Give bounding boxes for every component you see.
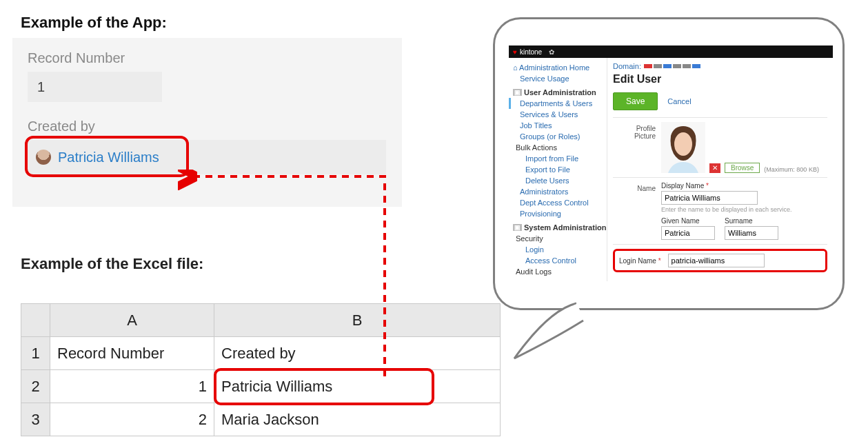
delete-image-button[interactable]: ✕ [709, 163, 720, 173]
page-title: Edit User [613, 73, 827, 85]
max-kb-label: (Maximum: 800 KB) [764, 166, 819, 173]
cell-b1: Created by [214, 337, 501, 370]
heading-app: Example of the App: [21, 14, 167, 32]
profile-picture-label: Profile Picture [613, 122, 661, 173]
row-header-2: 2 [21, 370, 50, 403]
excel-table: A B 1 Record Number Created by 2 1 Patri… [21, 303, 501, 436]
topbar: ♥ kintone ✿ [509, 45, 833, 58]
cancel-link[interactable]: Cancel [667, 97, 691, 105]
created-by-label: Created by [28, 119, 387, 134]
sidebar-item-bulk: Bulk Actions [513, 142, 607, 153]
login-name-label: Login Name * [619, 257, 661, 265]
domain-line: Domain: [613, 62, 827, 70]
save-button[interactable]: Save [613, 92, 658, 110]
row-header-1: 1 [21, 337, 50, 370]
sidebar-item-groups[interactable]: Groups (or Roles) [513, 131, 607, 142]
corner-cell [21, 304, 50, 337]
sidebar-item-security: Security [513, 233, 607, 244]
sidebar-section-user-admin: ▣ User Administration [513, 88, 607, 96]
sidebar-item-delete-users[interactable]: Delete Users [513, 175, 607, 186]
sidebar-item-services-users[interactable]: Services & Users [513, 109, 607, 120]
sidebar-item-import[interactable]: Import from File [513, 153, 607, 164]
sidebar-item-access-control[interactable]: Access Control [513, 255, 607, 266]
display-name-hint: Enter the name to be displayed in each s… [661, 206, 827, 213]
sidebar-item-job-titles[interactable]: Job Titles [513, 120, 607, 131]
main-pane: Domain: Edit User Save Cancel Profile Pi… [607, 58, 833, 281]
cell-a1: Record Number [50, 337, 214, 370]
app-panel: Record Number 1 Created by Patricia Will… [12, 38, 402, 207]
admin-panel: ♥ kintone ✿ ⌂ Administration Home Servic… [509, 45, 833, 281]
given-name-label: Given Name [661, 217, 715, 225]
cell-a3: 2 [50, 403, 214, 436]
sidebar-section-sys-admin: ▣ System Administration [513, 223, 607, 232]
speech-bubble: ♥ kintone ✿ ⌂ Administration Home Servic… [493, 17, 845, 310]
login-name-input[interactable] [668, 254, 765, 267]
display-name-label: Display Name * [661, 182, 827, 190]
record-number-label: Record Number [28, 50, 387, 66]
sidebar-item-service-usage[interactable]: Service Usage [513, 73, 607, 84]
sidebar-item-provisioning[interactable]: Provisioning [513, 208, 607, 219]
domain-bars-icon [644, 64, 700, 68]
sidebar-item-dept-users[interactable]: Departments & Users [509, 98, 607, 109]
user-icon: ▣ [513, 89, 522, 96]
profile-image [661, 122, 705, 173]
browse-button[interactable]: Browse [725, 163, 760, 173]
cell-a2: 1 [50, 370, 214, 403]
given-name-input[interactable] [661, 226, 715, 240]
sidebar: ⌂ Administration Home Service Usage ▣ Us… [509, 58, 607, 281]
topbar-icon: ✿ [549, 48, 554, 56]
sidebar-item-admins[interactable]: Administrators [513, 186, 607, 197]
row-header-3: 3 [21, 403, 50, 436]
heading-excel: Example of the Excel file: [21, 255, 203, 273]
sidebar-item-dept-access[interactable]: Dept Access Control [513, 197, 607, 208]
display-name-input[interactable] [661, 191, 758, 205]
cell-b3: Maria Jackson [214, 403, 501, 436]
created-by-row: Patricia Williams [28, 140, 386, 174]
home-icon: ⌂ [513, 63, 519, 72]
surname-input[interactable] [725, 226, 778, 240]
heart-icon: ♥ [513, 48, 517, 56]
login-name-highlight: Login Name * [613, 249, 827, 272]
brand: kintone [520, 48, 542, 56]
avatar-icon [36, 150, 51, 165]
sidebar-item-home[interactable]: ⌂ Administration Home [513, 62, 607, 73]
sidebar-item-audit-logs[interactable]: Audit Logs [513, 266, 607, 277]
col-header-a: A [50, 304, 214, 337]
svg-point-1 [674, 132, 692, 156]
gear-icon: ▣ [513, 224, 522, 231]
cell-b2: Patricia Williams [214, 370, 501, 403]
name-section-label: Name [613, 182, 661, 240]
record-number-value: 1 [28, 72, 162, 102]
col-header-b: B [214, 304, 501, 337]
surname-label: Surname [725, 217, 778, 225]
sidebar-item-export[interactable]: Export to File [513, 164, 607, 175]
created-by-name[interactable]: Patricia Williams [58, 150, 159, 165]
sidebar-item-login[interactable]: Login [513, 244, 607, 255]
